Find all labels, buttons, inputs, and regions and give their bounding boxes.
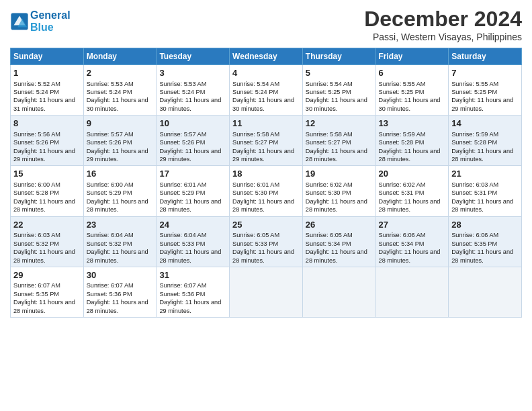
daylight: Daylight: 11 hours and 30 minutes.	[159, 97, 221, 111]
col-saturday: Saturday	[449, 48, 522, 65]
calendar-cell: 21Sunrise: 6:03 AMSunset: 5:31 PMDayligh…	[449, 166, 522, 216]
sunset: Sunset: 5:30 PM	[306, 189, 351, 196]
calendar-cell: 26Sunrise: 6:05 AMSunset: 5:34 PMDayligh…	[302, 216, 375, 267]
calendar-cell: 28Sunrise: 6:06 AMSunset: 5:35 PMDayligh…	[449, 216, 522, 267]
day-number: 19	[306, 168, 373, 180]
day-number: 28	[451, 219, 519, 231]
sunset: Sunset: 5:30 PM	[232, 189, 278, 196]
calendar-cell: 13Sunrise: 5:59 AMSunset: 5:28 PMDayligh…	[375, 116, 449, 166]
day-number: 20	[379, 168, 446, 180]
day-number: 23	[87, 219, 154, 231]
logo-icon	[10, 12, 29, 31]
sunrise: Sunrise: 6:07 AM	[159, 282, 206, 289]
day-number: 31	[159, 269, 226, 281]
sunset: Sunset: 5:33 PM	[232, 240, 278, 247]
sunset: Sunset: 5:27 PM	[306, 139, 351, 146]
day-number: 21	[451, 168, 519, 180]
daylight: Daylight: 11 hours and 28 minutes.	[13, 248, 75, 263]
day-number: 8	[13, 118, 81, 130]
sunrise: Sunrise: 6:02 AM	[306, 181, 353, 188]
calendar-cell: 14Sunrise: 5:59 AMSunset: 5:28 PMDayligh…	[449, 116, 522, 166]
sunset: Sunset: 5:29 PM	[87, 189, 132, 196]
calendar-cell: 16Sunrise: 6:00 AMSunset: 5:29 PMDayligh…	[83, 166, 157, 216]
calendar-cell	[375, 267, 449, 317]
calendar-cell: 17Sunrise: 6:01 AMSunset: 5:29 PMDayligh…	[157, 166, 230, 216]
sunrise: Sunrise: 5:59 AM	[379, 131, 426, 138]
title-block: December 2024 Passi, Western Visayas, Ph…	[364, 7, 522, 42]
sunset: Sunset: 5:35 PM	[13, 291, 59, 298]
sunrise: Sunrise: 6:04 AM	[159, 232, 206, 238]
calendar-week-1: 1Sunrise: 5:52 AMSunset: 5:24 PMDaylight…	[11, 65, 522, 116]
daylight: Daylight: 11 hours and 28 minutes.	[451, 198, 513, 213]
daylight: Daylight: 11 hours and 29 minutes.	[451, 97, 513, 111]
sunrise: Sunrise: 6:07 AM	[13, 282, 60, 289]
sunset: Sunset: 5:32 PM	[13, 240, 59, 247]
day-number: 22	[13, 219, 81, 231]
calendar-cell: 24Sunrise: 6:04 AMSunset: 5:33 PMDayligh…	[157, 216, 230, 267]
calendar-cell: 15Sunrise: 6:00 AMSunset: 5:28 PMDayligh…	[11, 166, 84, 216]
daylight: Daylight: 11 hours and 30 minutes.	[306, 97, 367, 111]
day-number: 2	[87, 67, 154, 79]
calendar-cell: 4Sunrise: 5:54 AMSunset: 5:24 PMDaylight…	[230, 65, 303, 116]
sunset: Sunset: 5:25 PM	[451, 89, 497, 95]
day-number: 11	[232, 118, 300, 130]
calendar-cell: 23Sunrise: 6:04 AMSunset: 5:32 PMDayligh…	[83, 216, 157, 267]
calendar-cell: 30Sunrise: 6:07 AMSunset: 5:36 PMDayligh…	[83, 267, 157, 317]
daylight: Daylight: 11 hours and 28 minutes.	[13, 299, 75, 314]
sunrise: Sunrise: 5:53 AM	[159, 81, 206, 87]
daylight: Daylight: 11 hours and 28 minutes.	[379, 198, 441, 213]
calendar-table: Sunday Monday Tuesday Wednesday Thursday…	[10, 48, 522, 318]
sunset: Sunset: 5:25 PM	[306, 89, 351, 95]
calendar-cell: 18Sunrise: 6:01 AMSunset: 5:30 PMDayligh…	[230, 166, 303, 216]
sunset: Sunset: 5:32 PM	[87, 240, 132, 247]
sunrise: Sunrise: 6:02 AM	[379, 181, 426, 188]
calendar-cell: 22Sunrise: 6:03 AMSunset: 5:32 PMDayligh…	[11, 216, 84, 267]
day-number: 27	[379, 219, 446, 231]
calendar-week-3: 15Sunrise: 6:00 AMSunset: 5:28 PMDayligh…	[11, 166, 522, 216]
page: General Blue December 2024 Passi, Wester…	[0, 0, 532, 411]
daylight: Daylight: 11 hours and 29 minutes.	[87, 148, 148, 163]
daylight: Daylight: 11 hours and 28 minutes.	[451, 148, 513, 163]
calendar-week-2: 8Sunrise: 5:56 AMSunset: 5:26 PMDaylight…	[11, 116, 522, 166]
sunrise: Sunrise: 6:04 AM	[87, 232, 134, 238]
day-number: 10	[159, 118, 226, 130]
daylight: Daylight: 11 hours and 31 minutes.	[13, 97, 75, 111]
daylight: Daylight: 11 hours and 28 minutes.	[87, 248, 148, 263]
sunset: Sunset: 5:33 PM	[159, 240, 205, 247]
sunrise: Sunrise: 5:59 AM	[451, 131, 498, 138]
sunrise: Sunrise: 5:58 AM	[306, 131, 353, 138]
col-friday: Friday	[375, 48, 449, 65]
day-number: 29	[13, 269, 81, 281]
sunset: Sunset: 5:31 PM	[379, 189, 425, 196]
daylight: Daylight: 11 hours and 28 minutes.	[87, 198, 148, 213]
col-monday: Monday	[83, 48, 157, 65]
sunset: Sunset: 5:26 PM	[159, 139, 205, 146]
day-number: 16	[87, 168, 154, 180]
day-number: 24	[159, 219, 226, 231]
logo: General Blue	[10, 9, 71, 33]
daylight: Daylight: 11 hours and 28 minutes.	[13, 198, 75, 213]
sunrise: Sunrise: 6:00 AM	[87, 181, 134, 188]
logo-text: General Blue	[30, 9, 71, 33]
daylight: Daylight: 11 hours and 28 minutes.	[306, 198, 367, 213]
daylight: Daylight: 11 hours and 28 minutes.	[379, 148, 441, 163]
day-number: 5	[306, 67, 373, 79]
day-number: 6	[379, 67, 446, 79]
daylight: Daylight: 11 hours and 28 minutes.	[232, 248, 294, 263]
day-number: 13	[379, 118, 446, 130]
col-thursday: Thursday	[302, 48, 375, 65]
calendar-cell	[230, 267, 303, 317]
sunset: Sunset: 5:36 PM	[87, 291, 132, 298]
day-number: 25	[232, 219, 300, 231]
sunset: Sunset: 5:36 PM	[159, 291, 205, 298]
sunset: Sunset: 5:34 PM	[306, 240, 351, 247]
calendar-week-4: 22Sunrise: 6:03 AMSunset: 5:32 PMDayligh…	[11, 216, 522, 267]
calendar-body: 1Sunrise: 5:52 AMSunset: 5:24 PMDaylight…	[11, 65, 522, 318]
daylight: Daylight: 11 hours and 28 minutes.	[379, 248, 441, 263]
sunset: Sunset: 5:25 PM	[379, 89, 425, 95]
sunrise: Sunrise: 5:57 AM	[159, 131, 206, 138]
sunset: Sunset: 5:28 PM	[13, 189, 59, 196]
sunset: Sunset: 5:24 PM	[87, 89, 132, 95]
daylight: Daylight: 11 hours and 28 minutes.	[451, 248, 513, 263]
sunrise: Sunrise: 5:57 AM	[87, 131, 134, 138]
